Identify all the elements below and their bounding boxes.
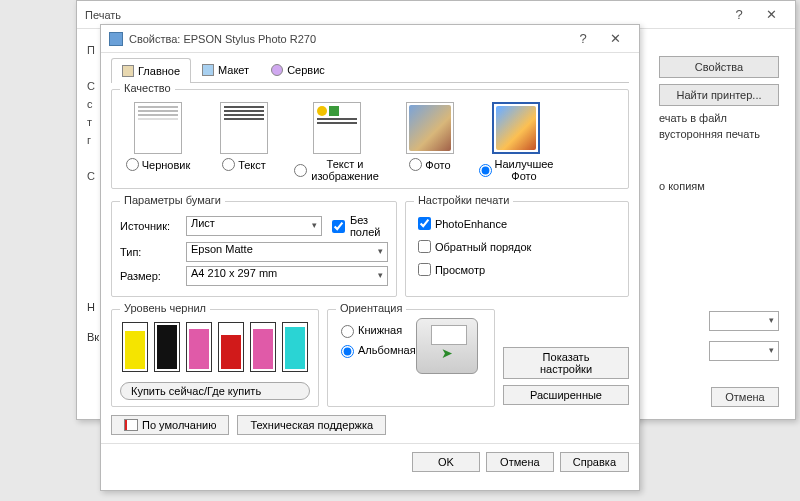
quality-radio-textimage[interactable] xyxy=(294,164,307,177)
borderless-checkbox[interactable] xyxy=(332,220,345,233)
print-right-column: Свойства Найти принтер... ечать в файл в… xyxy=(659,56,779,192)
size-select[interactable]: A4 210 x 297 mm▾ xyxy=(186,266,388,286)
source-select[interactable]: Лист▾ xyxy=(186,216,322,236)
ink-group: Уровень чернил Купить сейчас/Где купить xyxy=(111,309,319,407)
stub-vk: Вк xyxy=(87,331,99,343)
landscape-radio[interactable] xyxy=(341,345,354,358)
properties-dialog: Свойства: EPSON Stylus Photo R270 ? ✕ Гл… xyxy=(100,24,640,491)
defaults-button[interactable]: По умолчанию xyxy=(111,415,229,435)
ink-cart-5 xyxy=(282,322,308,372)
source-label: Источник: xyxy=(120,220,180,232)
duplex-label: вусторонняя печать xyxy=(659,128,760,140)
printer-preview-icon xyxy=(416,318,478,374)
tech-support-button[interactable]: Техническая поддержка xyxy=(237,415,386,435)
layout-icon xyxy=(202,64,214,76)
ink-cart-0 xyxy=(122,322,148,372)
stub-na: Н xyxy=(87,301,95,313)
type-label: Тип: xyxy=(120,246,180,258)
ink-levels xyxy=(120,318,310,376)
props-close-icon[interactable]: ✕ xyxy=(599,31,631,46)
print-title: Печать xyxy=(85,9,121,21)
orientation-title: Ориентация xyxy=(336,302,406,314)
print-cancel-button[interactable]: Отмена xyxy=(711,387,779,407)
properties-button[interactable]: Свойства xyxy=(659,56,779,78)
cancel-button[interactable]: Отмена xyxy=(486,452,554,472)
settings-group: Настройки печати PhotoEnhance Обратный п… xyxy=(405,201,629,297)
dialog-footer: OK Отмена Справка xyxy=(101,443,639,480)
ink-cart-3 xyxy=(218,322,244,372)
print-left-stubs: П С с т г С xyxy=(87,41,95,185)
quality-bestphoto[interactable]: Наилучшее Фото xyxy=(480,102,552,182)
settings-title: Настройки печати xyxy=(414,194,514,206)
reverse-checkbox[interactable] xyxy=(418,240,431,253)
ink-cart-4 xyxy=(250,322,276,372)
ink-cart-1 xyxy=(154,322,180,372)
home-icon xyxy=(122,65,134,77)
quality-radio-text[interactable] xyxy=(222,158,235,171)
tab-layout[interactable]: Макет xyxy=(191,57,260,82)
defaults-icon xyxy=(124,419,138,431)
copies-label: о копиям xyxy=(659,180,779,192)
close-icon[interactable]: ✕ xyxy=(755,7,787,22)
photoenhance-checkbox[interactable] xyxy=(418,217,431,230)
type-select[interactable]: Epson Matte▾ xyxy=(186,242,388,262)
quality-radio-bestphoto[interactable] xyxy=(479,164,492,177)
quality-radio-draft[interactable] xyxy=(126,158,139,171)
quality-textimage[interactable]: Текст и изображение xyxy=(294,102,380,182)
advanced-button[interactable]: Расширенные xyxy=(503,385,629,405)
find-printer-button[interactable]: Найти принтер... xyxy=(659,84,779,106)
combo-stub-2[interactable]: ▾ xyxy=(709,341,779,361)
tab-main[interactable]: Главное xyxy=(111,58,191,83)
size-label: Размер: xyxy=(120,270,180,282)
ok-button[interactable]: OK xyxy=(412,452,480,472)
help-icon[interactable]: ? xyxy=(723,7,755,22)
gear-icon xyxy=(271,64,283,76)
help-button[interactable]: Справка xyxy=(560,452,629,472)
ink-title: Уровень чернил xyxy=(120,302,210,314)
quality-group: Качество Черновик Текст Текст и изображе… xyxy=(111,89,629,189)
paper-group: Параметры бумаги Источник: Лист▾ Без пол… xyxy=(111,201,397,297)
combo-stub-1[interactable]: ▾ xyxy=(709,311,779,331)
quality-photo[interactable]: Фото xyxy=(394,102,466,182)
props-title: Свойства: EPSON Stylus Photo R270 xyxy=(129,33,316,45)
quality-text[interactable]: Текст xyxy=(208,102,280,182)
print-to-file-label: ечать в файл xyxy=(659,112,727,124)
printer-icon xyxy=(109,32,123,46)
buy-ink-button[interactable]: Купить сейчас/Где купить xyxy=(120,382,310,400)
show-settings-button[interactable]: Показать настройки xyxy=(503,347,629,379)
tab-bar: Главное Макет Сервис xyxy=(111,57,629,83)
ink-cart-2 xyxy=(186,322,212,372)
portrait-radio[interactable] xyxy=(341,325,354,338)
tab-service[interactable]: Сервис xyxy=(260,57,336,82)
quality-radio-photo[interactable] xyxy=(409,158,422,171)
quality-draft[interactable]: Черновик xyxy=(122,102,194,182)
paper-title: Параметры бумаги xyxy=(120,194,225,206)
orientation-group: Ориентация Книжная Альбомная xyxy=(327,309,495,407)
props-titlebar: Свойства: EPSON Stylus Photo R270 ? ✕ xyxy=(101,25,639,53)
quality-title: Качество xyxy=(120,82,175,94)
preview-checkbox[interactable] xyxy=(418,263,431,276)
props-help-icon[interactable]: ? xyxy=(567,31,599,46)
